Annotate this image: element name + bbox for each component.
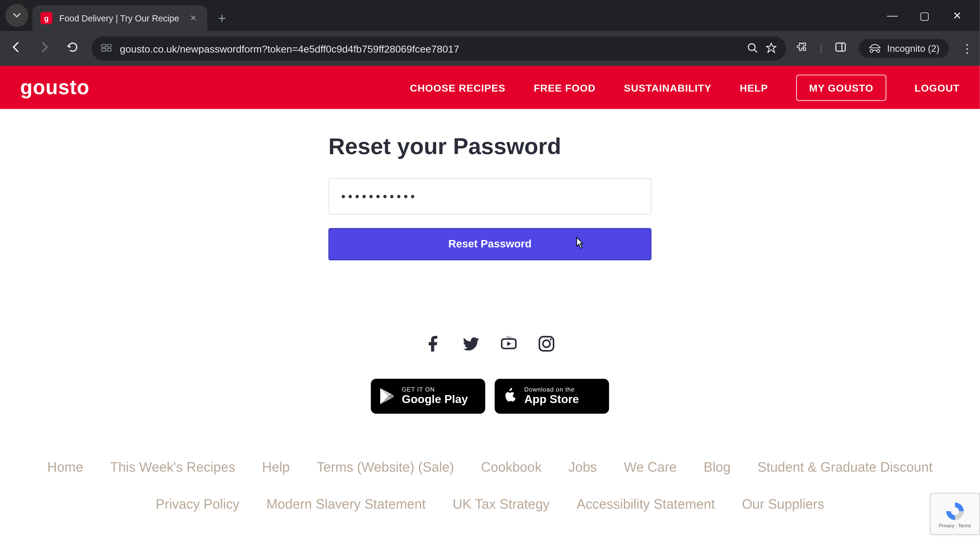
- nav-choose-recipes[interactable]: CHOOSE RECIPES: [410, 82, 506, 93]
- svg-rect-0: [102, 44, 106, 47]
- social-links: You: [424, 334, 556, 353]
- as-small: Download on the: [524, 386, 579, 393]
- forward-button[interactable]: [35, 41, 54, 56]
- nav-my-gousto[interactable]: MY GOUSTO: [796, 74, 886, 100]
- svg-rect-3: [107, 48, 111, 51]
- window-controls: — ▢ ✕: [875, 9, 974, 22]
- nav-logout[interactable]: LOGOUT: [915, 82, 959, 93]
- footer-links: HomeThis Week's RecipesHelpTerms (Websit…: [19, 459, 961, 512]
- reset-password-button[interactable]: Reset Password: [328, 228, 652, 260]
- svg-point-4: [748, 43, 755, 50]
- browser-toolbar: gousto.co.uk/newpasswordform?token=4e5df…: [0, 31, 980, 66]
- as-big: App Store: [524, 393, 579, 406]
- favicon-icon: g: [40, 12, 52, 24]
- tab-search-button[interactable]: [5, 4, 28, 27]
- google-play-badge[interactable]: GET IT ON Google Play: [371, 379, 485, 414]
- svg-line-5: [754, 49, 757, 52]
- gousto-logo[interactable]: gousto: [20, 76, 89, 99]
- nav-help[interactable]: HELP: [740, 82, 768, 93]
- svg-rect-6: [836, 43, 845, 51]
- back-button[interactable]: [6, 41, 25, 56]
- maximize-button[interactable]: ▢: [918, 9, 932, 22]
- svg-point-12: [550, 338, 552, 340]
- footer-link[interactable]: Terms (Website) (Sale): [317, 459, 454, 475]
- minimize-button[interactable]: —: [886, 9, 899, 22]
- footer-link[interactable]: Student & Graduate Discount: [757, 459, 932, 475]
- google-play-icon: [379, 387, 395, 405]
- footer-link[interactable]: Blog: [703, 459, 731, 475]
- footer-link[interactable]: Privacy Policy: [156, 496, 239, 512]
- gp-big: Google Play: [402, 393, 468, 406]
- app-store-badges: GET IT ON Google Play Download on the Ap…: [371, 379, 609, 414]
- svg-rect-1: [107, 44, 111, 47]
- footer-link[interactable]: We Care: [624, 459, 676, 475]
- incognito-label: Incognito (2): [887, 43, 939, 54]
- recaptcha-badge[interactable]: Privacy · Terms: [930, 493, 980, 535]
- nav-free-food[interactable]: FREE FOOD: [534, 82, 596, 93]
- footer-link[interactable]: This Week's Recipes: [110, 459, 235, 475]
- footer-link[interactable]: Cookbook: [481, 459, 542, 475]
- main-nav: CHOOSE RECIPES FREE FOOD SUSTAINABILITY …: [410, 74, 959, 100]
- incognito-indicator[interactable]: Incognito (2): [859, 39, 949, 58]
- footer: You GET IT ON Google Play Download on th…: [19, 334, 961, 551]
- url-text: gousto.co.uk/newpasswordform?token=4e5df…: [120, 43, 739, 54]
- browser-tab[interactable]: g Food Delivery | Try Our Recipe ×: [32, 5, 207, 31]
- apple-icon: [503, 387, 517, 405]
- svg-text:You: You: [506, 335, 511, 339]
- footer-link[interactable]: Modern Slavery Statement: [266, 496, 426, 512]
- address-bar[interactable]: gousto.co.uk/newpasswordform?token=4e5df…: [92, 36, 786, 60]
- footer-link[interactable]: Help: [262, 459, 290, 475]
- footer-link[interactable]: Our Suppliers: [742, 496, 824, 512]
- footer-link[interactable]: Accessibility Statement: [576, 496, 715, 512]
- new-tab-button[interactable]: +: [211, 11, 233, 26]
- reload-button[interactable]: [63, 41, 82, 56]
- site-settings-icon[interactable]: [101, 42, 112, 55]
- footer-link[interactable]: UK Tax Strategy: [453, 496, 550, 512]
- twitter-icon[interactable]: [462, 334, 480, 353]
- page-title: Reset your Password: [328, 133, 652, 159]
- app-store-badge[interactable]: Download on the App Store: [495, 379, 609, 414]
- extensions-icon[interactable]: [795, 41, 808, 56]
- browser-chrome: g Food Delivery | Try Our Recipe × + — ▢…: [0, 0, 980, 66]
- svg-rect-2: [102, 48, 106, 51]
- password-input[interactable]: [328, 178, 652, 214]
- tab-title: Food Delivery | Try Our Recipe: [59, 13, 181, 23]
- footer-link[interactable]: Jobs: [569, 459, 597, 475]
- main-content: Reset your Password Reset Password You G…: [0, 109, 980, 551]
- instagram-icon[interactable]: [537, 334, 556, 353]
- menu-button[interactable]: ⋮: [961, 41, 973, 56]
- close-window-button[interactable]: ✕: [950, 9, 964, 22]
- youtube-icon[interactable]: You: [500, 334, 518, 353]
- zoom-icon[interactable]: [747, 42, 758, 55]
- nav-sustainability[interactable]: SUSTAINABILITY: [624, 82, 711, 93]
- facebook-icon[interactable]: [424, 334, 443, 353]
- svg-point-11: [543, 340, 550, 348]
- close-tab-button[interactable]: ×: [188, 12, 199, 24]
- gp-small: GET IT ON: [402, 386, 468, 393]
- footer-link[interactable]: Home: [47, 459, 83, 475]
- incognito-icon: [868, 44, 882, 53]
- side-panel-icon[interactable]: [835, 41, 846, 56]
- tab-bar: g Food Delivery | Try Our Recipe × + — ▢…: [0, 0, 980, 31]
- bookmark-icon[interactable]: [766, 42, 776, 55]
- site-header: gousto CHOOSE RECIPES FREE FOOD SUSTAINA…: [0, 66, 980, 109]
- recaptcha-icon: [944, 500, 966, 522]
